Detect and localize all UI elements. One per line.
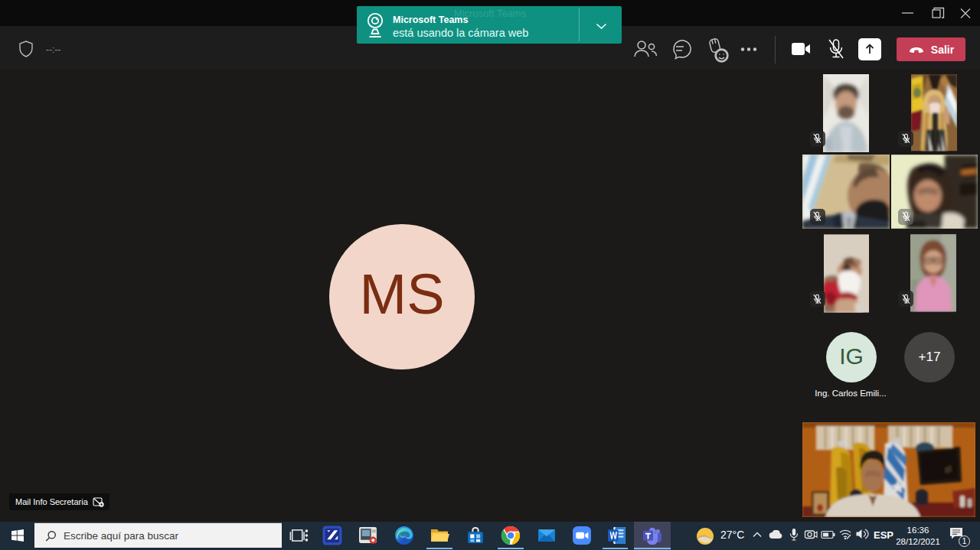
svg-text:--:--: --:--	[46, 44, 60, 55]
